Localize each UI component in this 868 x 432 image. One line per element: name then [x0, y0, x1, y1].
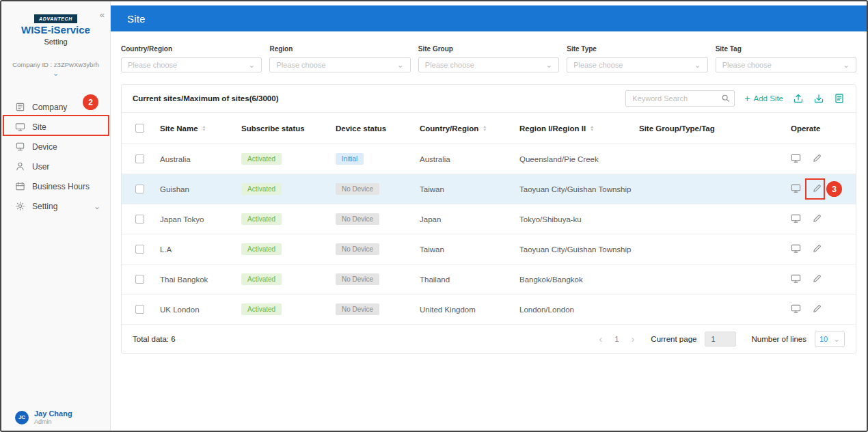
filter-select[interactable]: Please choose⌄: [716, 57, 856, 72]
site-icon: [15, 122, 25, 132]
current-page-input[interactable]: [705, 332, 736, 347]
user-name: Jay Chang: [34, 409, 72, 418]
sidebar-item-company[interactable]: Company: [1, 97, 110, 117]
site-group-cell: [639, 204, 776, 234]
edit-icon[interactable]: [812, 273, 822, 284]
site-group-cell: [639, 265, 776, 295]
filter-select[interactable]: Please choose⌄: [567, 57, 707, 72]
chevron-down-icon: ⌄: [843, 63, 850, 67]
sidebar-item-device[interactable]: Device: [1, 137, 110, 157]
sidebar-item-label: User: [32, 162, 49, 172]
sidebar-item-label: Device: [32, 142, 57, 152]
table-row: L.AActivatedNo DeviceTaiwanTaoyuan City/…: [122, 234, 856, 265]
site-name-cell: Japan Tokyo: [146, 204, 228, 234]
edit-icon[interactable]: [812, 213, 822, 224]
sidebar-item-business-hours[interactable]: Business Hours: [1, 176, 110, 196]
filter-label: Site Group: [418, 45, 559, 53]
import-icon[interactable]: [813, 93, 824, 104]
filter-site-tag: Site TagPlease choose⌄: [716, 45, 856, 72]
edit-icon[interactable]: [812, 303, 822, 314]
sidebar-item-site[interactable]: Site: [1, 117, 110, 137]
site-name-cell: L.A: [146, 234, 228, 265]
operate-cell: [776, 234, 856, 265]
row-checkbox[interactable]: [135, 154, 144, 163]
sidebar-item-setting[interactable]: Setting⌄: [1, 196, 110, 216]
column-header-country-region[interactable]: Country/Region▲▼: [406, 113, 506, 144]
sort-icon[interactable]: ▲▼: [483, 125, 487, 132]
device-status-badge: No Device: [336, 273, 379, 285]
table-row: AustraliaActivatedInitialAustraliaQueens…: [122, 144, 856, 174]
business-hours-icon: [15, 181, 25, 191]
sites-table: Site Name▲▼Subscribe statusDevice status…: [122, 112, 856, 325]
collapse-sidebar-icon[interactable]: «: [100, 10, 105, 20]
sidebar-item-label: Site: [32, 122, 46, 132]
current-page-label: Current page: [651, 335, 696, 343]
table-toolbar: Current sites/Maximum of sites(6/3000) +…: [122, 85, 856, 112]
filter-region: RegionPlease choose⌄: [269, 45, 410, 72]
column-label: Subscribe status: [241, 124, 305, 133]
setting-icon: [15, 201, 25, 211]
user-role: Admin: [34, 418, 72, 425]
search-input[interactable]: [625, 90, 735, 107]
page-title: Site: [127, 13, 146, 25]
edit-icon[interactable]: [812, 153, 822, 163]
sidebar-item-user[interactable]: User: [1, 157, 110, 176]
region-cell: Tokyo/Shibuya-ku: [506, 204, 639, 234]
filter-select[interactable]: Please choose⌄: [269, 57, 410, 72]
chevron-down-icon: ⌄: [545, 63, 552, 67]
filter-select[interactable]: Please choose⌄: [418, 57, 559, 72]
chevron-down-icon: ⌄: [94, 203, 100, 210]
subscribe-status-badge: Activated: [241, 183, 282, 195]
device-status-badge: No Device: [336, 243, 379, 255]
device-status-badge: No Device: [336, 183, 379, 195]
lines-value: 10: [819, 335, 828, 343]
avatar: JC: [15, 411, 29, 424]
country-cell: United Kingdom: [406, 295, 506, 325]
sidebar-item-label: Setting: [32, 202, 57, 211]
device-view-icon[interactable]: [791, 303, 801, 314]
filter-select[interactable]: Please choose⌄: [121, 57, 262, 72]
region-cell: Queensland/Pie Creek: [506, 144, 639, 174]
search-icon[interactable]: [721, 94, 730, 103]
edit-icon[interactable]: [812, 243, 822, 254]
filter-label: Site Type: [567, 45, 707, 53]
device-view-icon[interactable]: [791, 153, 801, 163]
subscribe-status-badge: Activated: [241, 303, 282, 315]
device-view-icon[interactable]: [791, 213, 801, 224]
export-icon[interactable]: [793, 93, 804, 104]
column-label: Device status: [336, 124, 386, 133]
row-checkbox[interactable]: [135, 185, 144, 193]
brand-title: WISE-iService: [1, 24, 110, 36]
device-view-icon[interactable]: [791, 243, 801, 254]
user-block[interactable]: JC Jay Chang Admin: [15, 409, 72, 425]
column-header-region-i-region-ii[interactable]: Region I/Region II▲▼: [506, 113, 639, 144]
advantech-logo: ADVANTECH: [34, 14, 77, 23]
site-group-cell: [639, 174, 776, 204]
row-checkbox[interactable]: [135, 305, 144, 314]
sidebar-nav: CompanySiteDeviceUserBusiness HoursSetti…: [1, 97, 110, 216]
page-number[interactable]: 1: [612, 335, 621, 343]
device-view-icon[interactable]: [791, 183, 801, 193]
chevron-down-icon: ⌄: [833, 337, 840, 341]
lines-select[interactable]: 10 ⌄: [815, 332, 845, 347]
region-cell: Taoyuan City/Guishan Township: [506, 174, 639, 204]
sites-summary: Current sites/Maximum of sites(6/3000): [133, 94, 278, 103]
select-all-checkbox[interactable]: [135, 124, 144, 133]
column-header-operate: Operate: [776, 113, 856, 144]
prev-page-icon[interactable]: ‹: [598, 334, 604, 345]
row-checkbox[interactable]: [135, 245, 144, 254]
add-site-button[interactable]: +Add Site: [744, 94, 783, 103]
next-page-icon[interactable]: ›: [630, 334, 636, 345]
site-group-cell: [639, 295, 776, 325]
chevron-down-icon[interactable]: ⌄: [1, 70, 110, 77]
report-icon[interactable]: [834, 93, 845, 104]
row-checkbox[interactable]: [135, 215, 144, 224]
sort-icon[interactable]: ▲▼: [202, 125, 206, 132]
subscribe-status-badge: Activated: [241, 273, 282, 285]
edit-icon[interactable]: [812, 183, 822, 193]
device-view-icon[interactable]: [791, 273, 801, 284]
filter-placeholder: Please choose: [722, 61, 772, 69]
sort-icon[interactable]: ▲▼: [590, 125, 594, 132]
column-header-site-name[interactable]: Site Name▲▼: [146, 113, 228, 144]
row-checkbox[interactable]: [135, 275, 144, 284]
